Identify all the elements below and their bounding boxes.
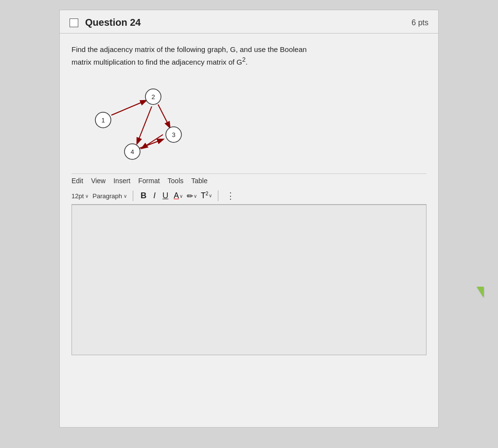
font-color-label: A: [174, 191, 179, 200]
font-color-arrow: ∨: [179, 193, 183, 199]
paragraph-arrow: ∨: [124, 193, 127, 199]
toolbar-divider-1: [133, 190, 133, 201]
question-text: Find the adjacency matrix of the followi…: [71, 44, 427, 68]
paragraph-select[interactable]: Paragraph ∨: [92, 192, 127, 200]
highlight-arrow: ∨: [194, 193, 197, 199]
highlight-button[interactable]: ✏ ∨: [187, 191, 197, 201]
page-background: Question 24 6 pts Find the adjacency mat…: [0, 0, 498, 448]
more-options-button[interactable]: ⋮: [226, 190, 235, 201]
question-body: Find the adjacency matrix of the followi…: [60, 34, 438, 363]
toolbar-menu: Edit View Insert Format Tools Table: [71, 177, 208, 185]
superscript-label: T2: [201, 191, 208, 200]
superscript-arrow: ∨: [209, 193, 212, 198]
font-size-value: 12pt: [71, 192, 84, 200]
question-card: Question 24 6 pts Find the adjacency mat…: [59, 10, 439, 428]
question-checkbox[interactable]: [70, 18, 78, 27]
svg-line-0: [111, 101, 146, 115]
underline-button[interactable]: U: [161, 190, 170, 201]
menu-edit[interactable]: Edit: [71, 177, 83, 185]
toolbar-divider-2: [218, 190, 218, 201]
svg-line-2: [137, 106, 152, 143]
menu-tools[interactable]: Tools: [168, 177, 184, 185]
question-points: 6 pts: [411, 18, 428, 27]
menu-table[interactable]: Table: [191, 177, 207, 185]
superscript-button[interactable]: T2 ∨: [201, 191, 212, 200]
svg-text:3: 3: [172, 131, 175, 138]
graph-diagram: 1 2 3 4: [76, 76, 198, 164]
bold-button[interactable]: B: [139, 190, 148, 201]
font-color-button[interactable]: A ∨: [174, 191, 183, 200]
toolbar-menu-row: Edit View Insert Format Tools Table: [71, 173, 427, 187]
graph-svg: 1 2 3 4: [76, 76, 198, 164]
question-title: Question 24: [85, 17, 141, 28]
svg-line-4: [142, 135, 163, 148]
svg-line-3: [140, 139, 163, 148]
question-header: Question 24 6 pts: [60, 10, 438, 34]
menu-insert[interactable]: Insert: [113, 177, 130, 185]
formatting-toolbar: 12pt ∨ Paragraph ∨ B I U A ∨ ✏ ∨: [71, 188, 427, 205]
highlight-label: ✏: [187, 191, 193, 201]
answer-text-area[interactable]: [71, 205, 427, 355]
font-size-arrow: ∨: [85, 193, 89, 199]
svg-line-1: [158, 104, 170, 127]
question-text-line2: matrix multiplication to find the adjace…: [71, 58, 248, 66]
svg-text:1: 1: [101, 117, 105, 124]
mouse-cursor: [477, 287, 483, 297]
paragraph-value: Paragraph: [92, 192, 122, 200]
svg-text:4: 4: [130, 148, 134, 155]
italic-button[interactable]: I: [152, 190, 157, 201]
question-title-row: Question 24: [70, 17, 141, 28]
menu-format[interactable]: Format: [138, 177, 160, 185]
font-size-select[interactable]: 12pt ∨: [71, 192, 89, 200]
question-text-line1: Find the adjacency matrix of the followi…: [71, 45, 307, 53]
menu-view[interactable]: View: [91, 177, 106, 185]
svg-text:2: 2: [151, 93, 155, 101]
